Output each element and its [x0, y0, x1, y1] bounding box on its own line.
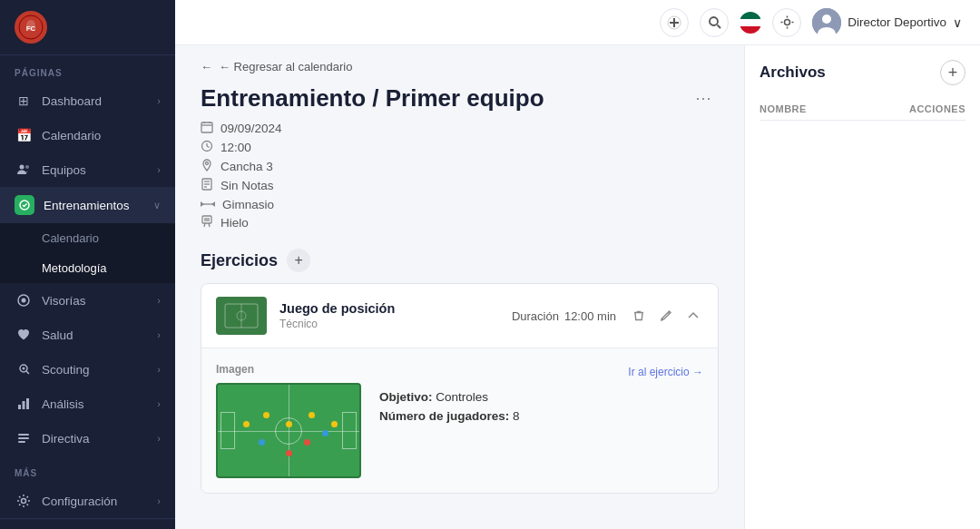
sidebar-item-calendario-sub[interactable]: Calendario	[0, 223, 175, 253]
exercise-info: Juego de posición Técnico	[279, 301, 499, 330]
sidebar-item-salud[interactable]: Salud ›	[0, 318, 175, 352]
training-icon	[15, 195, 34, 215]
edit-exercise-button[interactable]	[656, 306, 676, 326]
exercise-image-label: Imagen	[216, 363, 361, 376]
sidebar-bottom: ← https://www.platform.footballhub.com/t…	[0, 518, 175, 529]
svg-line-10	[26, 371, 29, 374]
sidebar-item-label: Dashboard	[42, 94, 157, 108]
add-archive-button[interactable]: +	[940, 60, 965, 85]
duration-value: 12:00 min	[564, 309, 616, 323]
svg-rect-15	[18, 437, 29, 439]
calendar-meta-icon	[201, 121, 213, 136]
sidebar-item-entrenamientos[interactable]: Entrenamientos ∨	[0, 187, 175, 223]
chevron-down-icon: ∨	[153, 200, 161, 211]
add-button[interactable]	[660, 8, 689, 37]
col-actions-header: ACCIONES	[902, 103, 965, 114]
page-content: ← ← Regresar al calendario Entrenamiento…	[175, 45, 980, 529]
svg-rect-12	[23, 401, 25, 409]
chevron-right-icon: ›	[157, 495, 161, 506]
more-options-button[interactable]: ⋯	[688, 83, 719, 113]
sidebar-item-label: Scouting	[42, 363, 157, 377]
add-exercise-button[interactable]: +	[287, 249, 310, 272]
svg-point-4	[25, 165, 29, 169]
svg-point-23	[784, 20, 789, 25]
svg-rect-31	[201, 122, 212, 132]
collapse-exercise-button[interactable]	[683, 308, 703, 324]
directiva-icon	[15, 429, 33, 447]
sidebar-item-dashboard[interactable]: ⊞ Dashboard ›	[0, 83, 175, 118]
entrenamientos-submenu: Calendario Metodología	[0, 223, 175, 283]
sidebar-logo: FC	[0, 0, 175, 55]
scouting-icon	[15, 360, 33, 378]
chevron-right-icon: ›	[157, 433, 161, 444]
theme-button[interactable]	[772, 8, 801, 37]
sidebar-item-metodologia[interactable]: Metodología	[0, 253, 175, 283]
jugadores-row: Número de jugadores: 8	[379, 409, 703, 423]
field-image	[216, 383, 361, 478]
exercise-image-col: Imagen	[216, 363, 361, 478]
notes-icon	[201, 178, 213, 193]
sidebar-item-configuracion[interactable]: Configuración ›	[0, 484, 175, 518]
svg-point-17	[22, 499, 26, 504]
chevron-right-icon: ›	[157, 398, 161, 409]
go-to-exercise-link[interactable]: Ir al ejercicio →	[379, 363, 703, 379]
settings-icon	[15, 492, 33, 510]
sidebar-item-label: Calendario	[42, 129, 161, 142]
back-link-label: ← Regresar al calendario	[219, 60, 352, 73]
svg-rect-13	[26, 398, 29, 409]
notes-value: Sin Notas	[220, 179, 274, 192]
equipment-icon	[201, 197, 215, 211]
sidebar-item-visorias[interactable]: Visorías ›	[0, 283, 175, 318]
svg-line-22	[717, 25, 720, 29]
user-menu-arrow: ∨	[953, 15, 962, 30]
chevron-right-icon: ›	[157, 95, 161, 106]
avatar	[812, 8, 841, 37]
sidebar-item-label: Metodología	[42, 261, 107, 275]
exercise-info-col: Ir al ejercicio → Objetivo: Controles Nú…	[379, 363, 703, 428]
meta-equipment: Gimnasio	[201, 197, 719, 211]
topbar-actions: Director Deportivo ∨	[660, 8, 962, 37]
language-flag[interactable]	[740, 12, 761, 34]
sidebar: FC PÁGINAS ⊞ Dashboard › 📅 Calendario Eq…	[0, 0, 175, 529]
jugadores-label: Número de jugadores:	[379, 409, 509, 423]
svg-point-3	[20, 165, 24, 170]
teams-icon	[15, 161, 33, 179]
search-button[interactable]	[700, 8, 729, 37]
extras-value: Hielo	[220, 216, 249, 230]
exercise-header: Juego de posición Técnico Duración 12:00…	[201, 284, 718, 348]
jugadores-value: 8	[513, 409, 520, 423]
back-link[interactable]: ← ← Regresar al calendario	[201, 45, 719, 83]
sidebar-item-analisis[interactable]: Análisis ›	[0, 387, 175, 421]
go-to-exercise-anchor[interactable]: Ir al ejercicio →	[628, 366, 703, 378]
dashboard-icon: ⊞	[15, 92, 33, 110]
club-logo: FC	[15, 11, 47, 44]
delete-exercise-button[interactable]	[629, 306, 649, 326]
sidebar-item-label: Visorías	[42, 294, 157, 308]
page-header-row: Entrenamiento / Primer equipo ⋯	[201, 83, 719, 113]
svg-line-55	[668, 312, 670, 314]
exercises-title: Ejercicios	[201, 251, 278, 270]
panel-header: Archivos +	[760, 60, 965, 85]
svg-rect-16	[18, 441, 25, 443]
page-main: ← ← Regresar al calendario Entrenamiento…	[175, 45, 744, 529]
user-name: Director Deportivo	[848, 15, 946, 29]
sidebar-item-equipos[interactable]: Equipos ›	[0, 152, 175, 187]
sidebar-item-label: Análisis	[42, 397, 157, 411]
objetivo-label: Objetivo:	[379, 390, 433, 404]
analysis-icon	[15, 395, 33, 413]
sidebar-item-directiva[interactable]: Directiva ›	[0, 421, 175, 456]
exercise-card: Juego de posición Técnico Duración 12:00…	[201, 283, 719, 494]
visorias-icon	[15, 291, 33, 309]
sidebar-item-calendario[interactable]: 📅 Calendario	[0, 118, 175, 152]
svg-rect-46	[202, 216, 211, 223]
sidebar-item-label: Configuración	[42, 495, 157, 508]
exercises-section-header: Ejercicios +	[201, 249, 719, 272]
meta-date: 09/09/2024	[201, 121, 719, 136]
ice-icon	[201, 215, 213, 230]
sidebar-collapse-btn[interactable]: ←	[0, 519, 175, 529]
user-menu[interactable]: Director Deportivo ∨	[812, 8, 962, 37]
svg-point-21	[710, 17, 718, 25]
sidebar-item-scouting[interactable]: Scouting ›	[0, 352, 175, 387]
sidebar-item-label: Equipos	[42, 163, 157, 177]
objetivo-value: Controles	[436, 390, 488, 404]
